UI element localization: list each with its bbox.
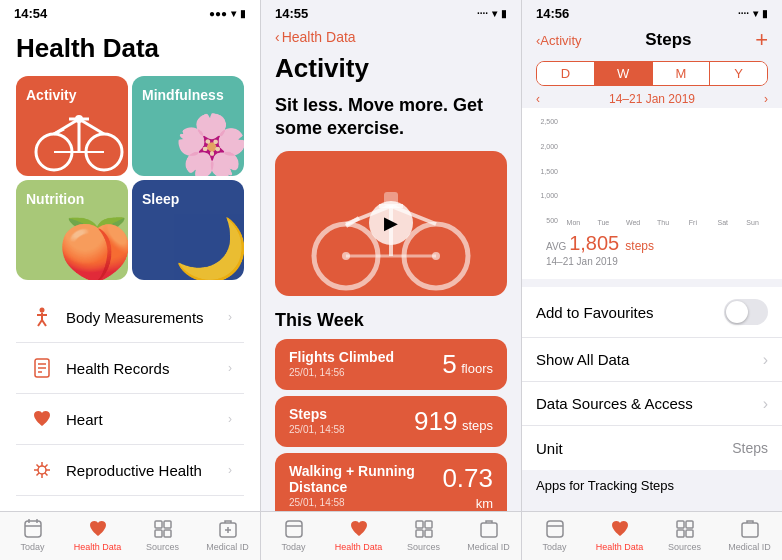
flights-value-block: 5 floors bbox=[442, 349, 493, 380]
bar-tue: Tue bbox=[590, 217, 617, 226]
flights-unit: floors bbox=[461, 361, 493, 376]
svg-rect-63 bbox=[686, 521, 693, 528]
tab-medical-label-3: Medical ID bbox=[728, 542, 771, 552]
tab-sources-2[interactable]: Sources bbox=[391, 518, 456, 552]
tab-today-1[interactable]: Today bbox=[0, 518, 65, 552]
tab-health-3[interactable]: Health Data bbox=[587, 518, 652, 552]
activity-tile[interactable]: Activity bbox=[16, 76, 128, 176]
unit-item[interactable]: Unit Steps bbox=[522, 426, 782, 470]
period-tabs: D W M Y bbox=[536, 61, 768, 86]
time-3: 14:56 bbox=[536, 6, 569, 21]
favourites-item[interactable]: Add to Favourites bbox=[522, 287, 782, 338]
play-button[interactable]: ▶ bbox=[369, 201, 413, 245]
prev-date-button[interactable]: ‹ bbox=[536, 92, 540, 106]
next-date-button[interactable]: › bbox=[764, 92, 768, 106]
svg-rect-57 bbox=[416, 530, 423, 537]
bar-sat: Sat bbox=[709, 217, 736, 226]
period-tab-w[interactable]: W bbox=[595, 62, 653, 85]
panel1-content: Health Data Activity Mindfuln bbox=[0, 25, 260, 511]
activity-content: Sit less. Move more. Get some exercise. … bbox=[261, 94, 521, 511]
body-svg-icon bbox=[31, 306, 53, 328]
data-sources-item[interactable]: Data Sources & Access › bbox=[522, 382, 782, 426]
tab-medical-1[interactable]: Medical ID bbox=[195, 518, 260, 552]
favourites-label: Add to Favourites bbox=[536, 304, 724, 321]
avg-date: 14–21 Jan 2019 bbox=[546, 256, 758, 267]
svg-rect-35 bbox=[164, 521, 171, 528]
svg-rect-56 bbox=[425, 521, 432, 528]
body-chevron-icon: › bbox=[228, 310, 232, 324]
tab-health-label-2: Health Data bbox=[335, 542, 383, 552]
nutrition-tile-label: Nutrition bbox=[26, 191, 84, 207]
records-chevron-icon: › bbox=[228, 361, 232, 375]
period-tab-d[interactable]: D bbox=[537, 62, 595, 85]
mindfulness-tile[interactable]: Mindfulness 🌸 bbox=[132, 76, 244, 176]
bars-container: Mon Tue Wed Thu Fri bbox=[560, 116, 766, 226]
tab-sources-1[interactable]: Sources bbox=[130, 518, 195, 552]
period-tab-m[interactable]: M bbox=[653, 62, 711, 85]
tab-today-2[interactable]: Today bbox=[261, 518, 326, 552]
heart-chevron-icon: › bbox=[228, 412, 232, 426]
favourites-toggle[interactable] bbox=[724, 299, 768, 325]
tab-today-3[interactable]: Today bbox=[522, 518, 587, 552]
avg-number: 1,805 bbox=[569, 232, 619, 254]
tab-medical-3[interactable]: Medical ID bbox=[717, 518, 782, 552]
back-to-activity[interactable]: ‹ Activity bbox=[536, 33, 582, 48]
signal-icon: ●●● bbox=[209, 8, 227, 19]
results-item[interactable]: Results › bbox=[16, 496, 244, 511]
tab-health-label-1: Health Data bbox=[74, 542, 122, 552]
steps-value: 919 bbox=[414, 406, 457, 436]
health-records-item[interactable]: Health Records › bbox=[16, 343, 244, 394]
status-bar-1: 14:54 ●●● ▾ ▮ bbox=[0, 0, 260, 25]
flights-label: Flights Climbed 25/01, 14:56 bbox=[289, 349, 394, 378]
tab-bar-3: Today Health Data Sources Medical ID bbox=[522, 511, 782, 560]
svg-rect-58 bbox=[425, 530, 432, 537]
signal-icon-3: ···· bbox=[738, 8, 749, 19]
mindfulness-icon: 🌸 bbox=[174, 110, 244, 176]
bar-label-fri: Fri bbox=[689, 219, 697, 226]
steps-add-button[interactable]: + bbox=[755, 27, 768, 53]
mindfulness-tile-label: Mindfulness bbox=[142, 87, 224, 103]
nutrition-tile[interactable]: Nutrition 🍑 bbox=[16, 180, 128, 280]
reproductive-item[interactable]: Reproductive Health › bbox=[16, 445, 244, 496]
date-nav: ‹ 14–21 Jan 2019 › bbox=[522, 90, 782, 108]
svg-line-24 bbox=[37, 465, 40, 468]
y-label-1000: 1,000 bbox=[534, 192, 558, 199]
svg-rect-36 bbox=[155, 530, 162, 537]
tab-medical-label-2: Medical ID bbox=[467, 542, 510, 552]
tab-health-2[interactable]: Health Data bbox=[326, 518, 391, 552]
records-icon bbox=[28, 354, 56, 382]
battery-icon-3: ▮ bbox=[762, 8, 768, 19]
data-sources-label: Data Sources & Access bbox=[536, 395, 763, 412]
settings-list: Add to Favourites Show All Data › Data S… bbox=[522, 287, 782, 470]
distance-card[interactable]: Walking + Running Distance 25/01, 14:58 … bbox=[275, 453, 507, 511]
svg-rect-60 bbox=[547, 521, 563, 537]
tab-sources-3[interactable]: Sources bbox=[652, 518, 717, 552]
tab-medical-2[interactable]: Medical ID bbox=[456, 518, 521, 552]
wifi-icon: ▾ bbox=[231, 8, 236, 19]
y-label-2500: 2,500 bbox=[534, 118, 558, 125]
svg-point-19 bbox=[38, 466, 46, 474]
steps-nav: ‹ Activity Steps + bbox=[522, 25, 782, 61]
period-tab-y[interactable]: Y bbox=[710, 62, 767, 85]
page-title: Health Data bbox=[16, 33, 244, 64]
health-list: Body Measurements › Health Records › bbox=[16, 292, 244, 511]
steps-card[interactable]: Steps 25/01, 14:58 919 steps bbox=[275, 396, 507, 447]
svg-point-8 bbox=[75, 115, 83, 123]
bar-label-wed: Wed bbox=[626, 219, 640, 226]
avg-value: 1,805 steps bbox=[569, 230, 654, 255]
tab-health-1[interactable]: Health Data bbox=[65, 518, 130, 552]
activity-panel: 14:55 ···· ▾ ▮ ‹ Health Data Activity Si… bbox=[261, 0, 522, 560]
bar-label-mon: Mon bbox=[567, 219, 581, 226]
sleep-tile[interactable]: Sleep 🌙 bbox=[132, 180, 244, 280]
heart-icon bbox=[28, 405, 56, 433]
battery-icon-2: ▮ bbox=[501, 8, 507, 19]
time-2: 14:55 bbox=[275, 6, 308, 21]
flights-climbed-card[interactable]: Flights Climbed 25/01, 14:56 5 floors bbox=[275, 339, 507, 390]
activity-video-card[interactable]: ▶ bbox=[275, 151, 507, 296]
distance-value-block: 0.73 km bbox=[436, 463, 493, 511]
back-to-health[interactable]: ‹ Health Data bbox=[275, 29, 507, 45]
svg-rect-59 bbox=[481, 523, 497, 537]
heart-item[interactable]: Heart › bbox=[16, 394, 244, 445]
body-measurements-item[interactable]: Body Measurements › bbox=[16, 292, 244, 343]
show-all-item[interactable]: Show All Data › bbox=[522, 338, 782, 382]
